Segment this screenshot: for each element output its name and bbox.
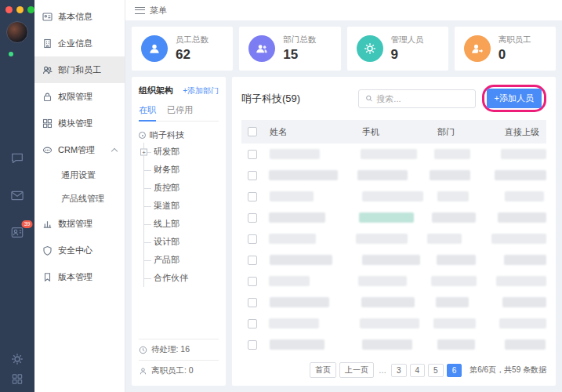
expand-plus-icon[interactable]: + xyxy=(140,148,147,155)
tab-disabled[interactable]: 已停用 xyxy=(167,104,193,121)
stat-card-admins: 管理人员 9 xyxy=(347,27,448,71)
row-checkbox[interactable] xyxy=(248,298,257,307)
version-icon xyxy=(42,272,53,282)
table-row[interactable] xyxy=(241,165,546,186)
tree-root-company[interactable]: 哨子科技 xyxy=(139,129,219,141)
sidebar-item-security-center[interactable]: 安全中心 xyxy=(34,237,125,263)
company-title: 哨子科技(59) xyxy=(241,92,358,106)
tree-item-dept[interactable]: 合作伙伴 xyxy=(144,269,219,287)
blurred-cell xyxy=(505,191,544,201)
table-row[interactable] xyxy=(241,313,546,334)
blurred-cell xyxy=(499,318,546,328)
select-all-checkbox[interactable] xyxy=(248,127,257,136)
tree-item-dept[interactable]: 线上部 xyxy=(144,215,219,233)
blurred-cell xyxy=(269,170,338,180)
mail-icon[interactable] xyxy=(10,188,25,203)
sidebar-item-basic-info[interactable]: 基本信息 xyxy=(34,3,125,30)
chat-icon[interactable] xyxy=(10,151,25,165)
row-checkbox[interactable] xyxy=(248,256,257,265)
column-header-supervisor[interactable]: 直接上级 xyxy=(505,126,546,138)
row-checkbox[interactable] xyxy=(248,234,257,244)
shield-icon xyxy=(42,245,53,256)
tree-item-dept[interactable]: 产品部 xyxy=(144,251,219,269)
blurred-cell xyxy=(505,339,546,350)
table-row[interactable] xyxy=(241,292,546,313)
tree-item-dept[interactable]: 设计部 xyxy=(144,233,219,251)
content-area: 菜单 员工总数 62 部门总数 15 管理人员 xyxy=(125,0,562,392)
blurred-cell xyxy=(437,255,476,265)
data-icon xyxy=(42,219,53,229)
zoom-button[interactable] xyxy=(27,6,34,13)
row-checkbox[interactable] xyxy=(248,319,257,328)
hamburger-menu-icon[interactable] xyxy=(135,7,145,14)
row-checkbox[interactable] xyxy=(248,213,257,223)
sidebar-item-version-management[interactable]: 版本管理 xyxy=(34,263,125,290)
add-person-highlight-annotation: +添加人员 xyxy=(482,85,546,112)
row-checkbox[interactable] xyxy=(248,340,257,350)
apps-grid-icon[interactable] xyxy=(11,372,24,386)
add-department-link[interactable]: +添加部门 xyxy=(183,85,219,96)
sidebar-item-company-info[interactable]: 企业信息 xyxy=(34,30,125,56)
blurred-cell xyxy=(495,170,546,180)
row-checkbox[interactable] xyxy=(248,277,257,286)
modules-icon xyxy=(42,118,53,129)
search-box[interactable] xyxy=(358,89,476,108)
column-header-name[interactable]: 姓名 xyxy=(270,126,362,138)
pagination-prev-button[interactable]: 上一页 xyxy=(339,362,374,378)
stat-value: 62 xyxy=(176,47,208,63)
table-row[interactable] xyxy=(241,186,546,207)
pagination-page-button[interactable]: 4 xyxy=(410,364,426,377)
sidebar-item-crm[interactable]: CRM管理 xyxy=(34,136,125,163)
table-row[interactable] xyxy=(241,249,546,270)
blurred-cell xyxy=(501,149,546,159)
blurred-cell xyxy=(269,234,316,244)
tree-item-label: 研发部 xyxy=(154,147,179,156)
blurred-cell xyxy=(357,170,408,180)
search-input[interactable] xyxy=(376,94,468,103)
sidebar-subitem-product-line[interactable]: 产品线管理 xyxy=(34,187,125,210)
table-row[interactable] xyxy=(241,143,546,165)
sidebar-item-label: 版本管理 xyxy=(58,271,92,283)
gear-icon[interactable] xyxy=(10,352,24,366)
sidebar-item-permissions[interactable]: 权限管理 xyxy=(34,83,125,110)
menu-label[interactable]: 菜单 xyxy=(150,5,167,16)
minimize-button[interactable] xyxy=(16,6,24,13)
pagination-first-button[interactable]: 首页 xyxy=(310,362,336,378)
blurred-cell xyxy=(491,234,546,244)
tab-active-employees[interactable]: 在职 xyxy=(139,104,156,122)
stat-card-total-departments: 部门总数 15 xyxy=(239,27,340,71)
table-header: 姓名 手机 部门 直接上级 xyxy=(241,120,546,143)
table-row[interactable] xyxy=(241,207,546,228)
add-person-button[interactable]: +添加人员 xyxy=(487,89,542,108)
pagination-page-button[interactable]: 5 xyxy=(428,364,444,377)
sidebar-item-data-management[interactable]: 数据管理 xyxy=(34,210,125,237)
blurred-cell xyxy=(427,234,462,244)
pagination-page-button[interactable]: 3 xyxy=(391,364,407,377)
pending-row[interactable]: 待处理: 16 xyxy=(139,339,219,360)
org-tree: 哨子科技 +研发部 财务部 质控部 渠道部 线上部 设计部 产品部 合作伙伴 xyxy=(139,129,219,339)
tree-item-dept[interactable]: +研发部 xyxy=(144,143,219,161)
table-row[interactable] xyxy=(241,334,546,355)
stat-icon-0 xyxy=(141,35,168,62)
blurred-cell xyxy=(361,297,415,307)
sidebar-subitem-general-settings[interactable]: 通用设置 xyxy=(34,163,125,187)
column-header-department[interactable]: 部门 xyxy=(437,126,505,138)
blurred-cell xyxy=(498,212,546,223)
tree-item-dept[interactable]: 质控部 xyxy=(144,179,219,197)
sidebar-item-modules[interactable]: 模块管理 xyxy=(34,110,125,136)
tree-item-dept[interactable]: 渠道部 xyxy=(144,197,219,215)
avatar[interactable] xyxy=(6,21,28,43)
table-row[interactable] xyxy=(241,228,546,249)
row-checkbox[interactable] xyxy=(248,192,257,201)
contact-card-icon[interactable]: 39 xyxy=(10,225,25,240)
tree-item-dept[interactable]: 财务部 xyxy=(144,161,219,179)
row-checkbox[interactable] xyxy=(248,150,257,159)
close-button[interactable] xyxy=(5,6,13,13)
pagination-page-button-active[interactable]: 6 xyxy=(447,364,462,377)
table-row[interactable] xyxy=(241,270,546,292)
column-header-phone[interactable]: 手机 xyxy=(362,126,437,138)
blurred-cell xyxy=(430,170,470,180)
row-checkbox[interactable] xyxy=(248,171,257,180)
sidebar-item-departments-employees[interactable]: 部门和员工 xyxy=(34,56,125,83)
resigned-row[interactable]: 离职员工: 0 xyxy=(139,360,219,381)
